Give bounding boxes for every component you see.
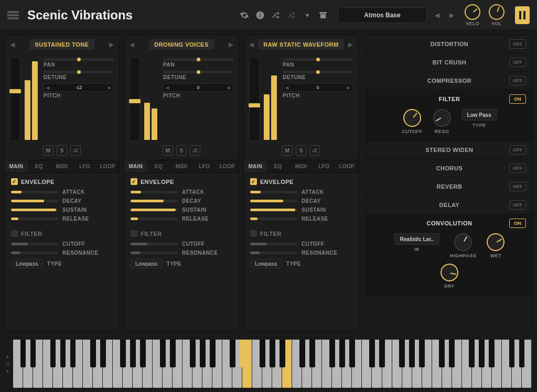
white-key[interactable] xyxy=(103,340,113,388)
cutoff-slider[interactable] xyxy=(11,243,58,245)
white-key[interactable] xyxy=(182,340,192,388)
tab-eq[interactable]: EQ xyxy=(28,160,51,172)
layer-prev-icon[interactable]: ◀ xyxy=(127,41,136,48)
fx-toggle[interactable]: OFF xyxy=(509,58,526,67)
white-key[interactable] xyxy=(133,340,143,388)
tab-lfo[interactable]: LFO xyxy=(313,160,336,172)
white-key[interactable] xyxy=(212,340,222,388)
octave-down-icon[interactable]: ▼ xyxy=(5,369,10,374)
white-key[interactable] xyxy=(153,340,163,388)
preset-prev-icon[interactable]: ◀ xyxy=(433,12,441,19)
white-key[interactable] xyxy=(282,340,292,388)
fx-conv-dry-knob[interactable] xyxy=(439,262,459,282)
tab-midi[interactable]: MIDI xyxy=(50,160,73,172)
filter-type-selector[interactable]: Lowpass xyxy=(250,259,282,268)
white-key[interactable] xyxy=(342,340,352,388)
archive-icon[interactable] xyxy=(318,10,328,20)
layer-next-icon[interactable]: ▶ xyxy=(107,41,116,48)
attack-slider[interactable] xyxy=(131,191,178,193)
white-key[interactable] xyxy=(232,340,242,388)
white-key[interactable] xyxy=(442,340,452,388)
attack-slider[interactable] xyxy=(250,191,297,193)
layer-volume-slider[interactable] xyxy=(130,57,140,141)
octave-up-icon[interactable]: ▲ xyxy=(5,354,10,359)
cutoff-slider[interactable] xyxy=(250,243,297,245)
filter-checkbox[interactable]: ✓ xyxy=(11,230,18,237)
white-key[interactable] xyxy=(163,340,173,388)
white-key[interactable] xyxy=(23,340,33,388)
release-slider[interactable] xyxy=(250,217,297,220)
layer-prev-icon[interactable]: ◀ xyxy=(247,41,256,48)
white-key[interactable] xyxy=(332,340,342,388)
fx-toggle[interactable]: OFF xyxy=(509,39,526,49)
resonance-slider[interactable] xyxy=(11,252,58,254)
white-key[interactable] xyxy=(302,340,312,388)
fx-toggle[interactable]: OFF xyxy=(509,182,526,191)
white-key[interactable] xyxy=(113,340,123,388)
preset-next-icon[interactable]: ▶ xyxy=(448,12,455,19)
white-key[interactable] xyxy=(362,340,372,388)
white-key[interactable] xyxy=(63,340,73,388)
menu-icon[interactable] xyxy=(7,11,19,19)
info-icon[interactable] xyxy=(255,10,265,20)
white-key[interactable] xyxy=(402,340,412,388)
white-key[interactable] xyxy=(73,340,83,388)
white-key[interactable] xyxy=(372,340,382,388)
decay-slider[interactable] xyxy=(131,200,178,202)
filter-checkbox[interactable]: ✓ xyxy=(250,230,257,237)
release-slider[interactable] xyxy=(11,217,58,220)
white-key[interactable] xyxy=(222,340,232,388)
white-key[interactable] xyxy=(43,340,53,388)
solo-button[interactable]: S xyxy=(57,145,67,156)
white-key[interactable] xyxy=(502,340,512,388)
white-key[interactable] xyxy=(53,340,63,388)
white-key[interactable] xyxy=(173,340,182,388)
white-key[interactable] xyxy=(13,340,23,388)
white-key[interactable] xyxy=(252,340,262,388)
white-key[interactable] xyxy=(492,340,502,388)
white-key[interactable] xyxy=(512,340,522,388)
fx-filter-cutoff-knob[interactable] xyxy=(400,105,425,130)
filter-type-selector[interactable]: Lowpass xyxy=(131,259,163,268)
cutoff-slider[interactable] xyxy=(131,243,178,245)
tab-main[interactable]: MAIN xyxy=(124,160,147,172)
white-key[interactable] xyxy=(242,340,252,388)
layer-volume-slider[interactable] xyxy=(249,57,260,141)
resonance-slider[interactable] xyxy=(131,252,178,254)
mute-button[interactable]: M xyxy=(282,145,293,156)
white-key[interactable] xyxy=(412,340,422,388)
envelope-checkbox[interactable]: ✓ xyxy=(11,178,18,185)
detune-slider[interactable] xyxy=(163,71,233,73)
tab-eq[interactable]: EQ xyxy=(267,160,290,172)
pan-slider[interactable] xyxy=(283,58,353,61)
white-key[interactable] xyxy=(93,340,103,388)
shuffle-icon[interactable] xyxy=(309,145,320,156)
fx-toggle[interactable]: OFF xyxy=(509,145,526,155)
preset-selector[interactable]: Atmos Base xyxy=(338,7,427,23)
tab-loop[interactable]: LOOP xyxy=(216,160,239,172)
white-key[interactable] xyxy=(192,340,202,388)
white-key[interactable] xyxy=(262,340,272,388)
white-key[interactable] xyxy=(202,340,212,388)
volume-knob[interactable] xyxy=(487,2,507,21)
layer-name[interactable]: RAW STATIC WAVEFORM xyxy=(258,39,343,50)
resonance-slider[interactable] xyxy=(250,252,297,254)
white-key[interactable] xyxy=(452,340,462,388)
tab-loop[interactable]: LOOP xyxy=(335,160,358,172)
fx-conv-ir-selector[interactable]: Realistic Lar.. xyxy=(394,233,439,245)
solo-button[interactable]: S xyxy=(176,145,187,156)
fx-convolution-toggle[interactable]: ON xyxy=(509,219,526,228)
pause-button[interactable] xyxy=(515,6,530,24)
lock-shuffle-icon[interactable] xyxy=(286,10,297,20)
white-key[interactable] xyxy=(83,340,93,388)
white-key[interactable] xyxy=(312,340,322,388)
white-key[interactable] xyxy=(482,340,492,388)
tab-lfo[interactable]: LFO xyxy=(193,160,216,172)
envelope-checkbox[interactable]: ✓ xyxy=(250,178,257,185)
sustain-slider[interactable] xyxy=(11,209,58,211)
detune-slider[interactable] xyxy=(44,71,114,73)
layer-next-icon[interactable]: ▶ xyxy=(227,41,235,48)
white-key[interactable] xyxy=(462,340,472,388)
piano-keyboard[interactable] xyxy=(13,340,532,388)
sustain-slider[interactable] xyxy=(131,209,178,211)
